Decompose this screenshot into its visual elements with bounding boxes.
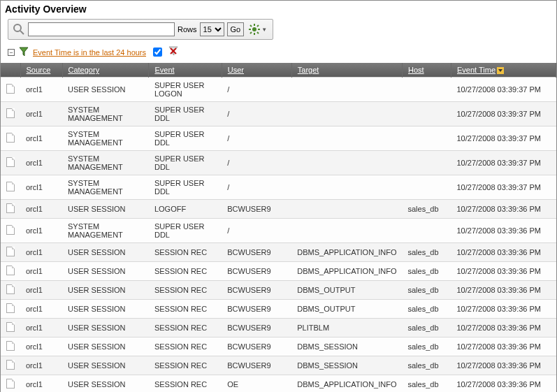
document-icon — [6, 284, 15, 294]
header-host[interactable]: Host — [408, 66, 424, 74]
cell-time: 10/27/2008 03:39:36 PM — [451, 219, 556, 243]
table-row[interactable]: orcl1USER SESSIONSESSION RECBCWUSER9DBMS… — [1, 262, 556, 281]
cell-target — [291, 151, 402, 175]
delete-filter-icon[interactable] — [168, 46, 178, 58]
cell-category: SYSTEM MANAGEMENT — [62, 151, 149, 175]
filter-enabled-checkbox[interactable] — [153, 48, 162, 57]
document-icon — [6, 108, 15, 118]
table-row[interactable]: orcl1USER SESSIONSESSION RECBCWUSER9DBMS… — [1, 281, 556, 300]
header-event-time[interactable]: Event Time — [457, 66, 495, 74]
activity-panel: Activity Overview Rows 15 Go ▼ − Event T… — [0, 0, 557, 392]
cell-host: sales_db — [403, 243, 451, 262]
cell-source: orcl1 — [20, 126, 62, 151]
cell-target — [291, 102, 402, 126]
table-row[interactable]: orcl1USER SESSIONSESSION RECBCWUSER9DBMS… — [1, 243, 556, 262]
cell-host — [403, 151, 451, 175]
table-row[interactable]: orcl1USER SESSIONSESSION RECBCWUSER9DBMS… — [1, 356, 556, 375]
search-toolbar: Rows 15 Go ▼ — [8, 19, 273, 40]
table-row[interactable]: orcl1SYSTEM MANAGEMENTSUPER USER DDL/10/… — [1, 151, 556, 175]
cell-event: SUPER USER DDL — [149, 175, 222, 200]
cell-host: sales_db — [403, 337, 451, 356]
svg-point-2 — [252, 27, 256, 31]
cell-category: USER SESSION — [62, 281, 149, 300]
document-icon — [6, 322, 15, 332]
header-category[interactable]: Category — [68, 66, 100, 74]
cell-source: orcl1 — [20, 356, 62, 375]
cell-host: sales_db — [403, 375, 451, 392]
table-row[interactable]: orcl1USER SESSIONSESSION RECBCWUSER9DBMS… — [1, 337, 556, 356]
sort-desc-icon — [497, 67, 504, 74]
table-header-row: Source Category Event User Target Host E… — [1, 63, 556, 78]
table-row[interactable]: orcl1USER SESSIONSESSION RECOEDBMS_APPLI… — [1, 375, 556, 392]
cell-user: BCWUSER9 — [222, 337, 291, 356]
cell-time: 10/27/2008 03:39:37 PM — [451, 175, 556, 200]
header-event[interactable]: Event — [154, 66, 174, 74]
table-row[interactable]: orcl1USER SESSIONSESSION RECBCWUSER9PLIT… — [1, 319, 556, 337]
search-input[interactable] — [28, 22, 175, 36]
cell-time: 10/27/2008 03:39:37 PM — [451, 151, 556, 175]
collapse-icon[interactable]: − — [8, 49, 15, 56]
cell-target — [291, 200, 402, 219]
cell-source: orcl1 — [20, 175, 62, 200]
document-icon — [6, 266, 15, 275]
cell-target: DBMS_APPLICATION_INFO — [291, 262, 402, 281]
cell-source: orcl1 — [20, 262, 62, 281]
document-icon — [6, 379, 15, 389]
header-source[interactable]: Source — [27, 66, 51, 74]
table-row[interactable]: orcl1SYSTEM MANAGEMENTSUPER USER DDL/10/… — [1, 126, 556, 151]
cell-category: USER SESSION — [62, 78, 149, 102]
table-row[interactable]: orcl1USER SESSIONLOGOFFBCWUSER9sales_db1… — [1, 200, 556, 219]
cell-user: BCWUSER9 — [222, 356, 291, 375]
table-row[interactable]: orcl1USER SESSIONSUPER USER LOGON/10/27/… — [1, 78, 556, 102]
cell-target: DBMS_OUTPUT — [291, 281, 402, 300]
cell-category: USER SESSION — [62, 300, 149, 319]
actions-menu[interactable]: ▼ — [247, 23, 268, 36]
cell-user: BCWUSER9 — [222, 281, 291, 300]
cell-user: BCWUSER9 — [222, 319, 291, 337]
filter-link[interactable]: Event Time is in the last 24 hours — [33, 48, 146, 57]
document-icon — [6, 157, 15, 167]
cell-category: USER SESSION — [62, 243, 149, 262]
header-icon — [1, 63, 20, 78]
cell-target: PLITBLM — [291, 319, 402, 337]
cell-time: 10/27/2008 03:39:36 PM — [451, 337, 556, 356]
cell-time: 10/27/2008 03:39:36 PM — [451, 281, 556, 300]
cell-target: DBMS_OUTPUT — [291, 300, 402, 319]
cell-target: DBMS_SESSION — [291, 356, 402, 375]
svg-line-9 — [257, 25, 259, 27]
document-icon — [6, 303, 15, 313]
cell-event: LOGOFF — [149, 200, 222, 219]
table-row[interactable]: orcl1SYSTEM MANAGEMENTSUPER USER DDL/10/… — [1, 219, 556, 243]
cell-event: SESSION REC — [149, 375, 222, 392]
header-user[interactable]: User — [228, 66, 244, 74]
cell-user: BCWUSER9 — [222, 243, 291, 262]
rows-select[interactable]: 15 — [200, 22, 224, 36]
cell-event: SESSION REC — [149, 337, 222, 356]
cell-user: / — [222, 219, 291, 243]
cell-category: USER SESSION — [62, 262, 149, 281]
table-row[interactable]: orcl1SYSTEM MANAGEMENTSUPER USER DDL/10/… — [1, 102, 556, 126]
cell-target — [291, 126, 402, 151]
svg-point-0 — [14, 24, 21, 31]
cell-source: orcl1 — [20, 300, 62, 319]
document-icon — [6, 84, 15, 94]
cell-time: 10/27/2008 03:39:36 PM — [451, 375, 556, 392]
cell-user: / — [222, 126, 291, 151]
cell-source: orcl1 — [20, 319, 62, 337]
cell-target: DBMS_SESSION — [291, 337, 402, 356]
cell-event: SUPER USER DDL — [149, 151, 222, 175]
header-target[interactable]: Target — [298, 66, 319, 74]
cell-target — [291, 219, 402, 243]
cell-event: SUPER USER DDL — [149, 102, 222, 126]
table-row[interactable]: orcl1USER SESSIONSESSION RECBCWUSER9DBMS… — [1, 300, 556, 319]
cell-event: SUPER USER DDL — [149, 219, 222, 243]
cell-category: SYSTEM MANAGEMENT — [62, 126, 149, 151]
cell-time: 10/27/2008 03:39:37 PM — [451, 78, 556, 102]
cell-category: USER SESSION — [62, 356, 149, 375]
cell-user: OE — [222, 375, 291, 392]
cell-event: SESSION REC — [149, 300, 222, 319]
go-button[interactable]: Go — [227, 22, 245, 36]
cell-host: sales_db — [403, 300, 451, 319]
table-row[interactable]: orcl1SYSTEM MANAGEMENTSUPER USER DDL/10/… — [1, 175, 556, 200]
cell-host — [403, 78, 451, 102]
